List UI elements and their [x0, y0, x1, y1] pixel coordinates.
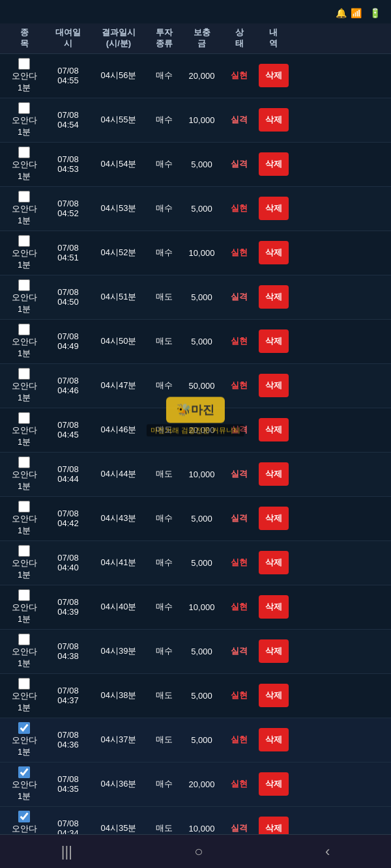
- table-row: 오안다1분 07/08 04:50 04시51분 매도 5,000 실격 삭제: [0, 275, 391, 320]
- delete-cell-9[interactable]: 삭제: [255, 462, 291, 486]
- row-checkbox-8[interactable]: [18, 412, 30, 424]
- type-6: 매도: [148, 335, 181, 347]
- delete-button-4[interactable]: 삭제: [259, 241, 289, 264]
- checkbox-cell-8[interactable]: [18, 412, 30, 424]
- delete-button-7[interactable]: 삭제: [259, 374, 289, 397]
- row-checkbox-3[interactable]: [18, 191, 30, 203]
- status-2: 실격: [223, 158, 255, 170]
- delete-button-12[interactable]: 삭제: [259, 595, 289, 619]
- row-checkbox-9[interactable]: [18, 456, 30, 468]
- row-checkbox-14[interactable]: [18, 678, 30, 690]
- delete-cell-11[interactable]: 삭제: [255, 551, 291, 574]
- row-checkbox-10[interactable]: [18, 501, 30, 512]
- checkbox-cell-11[interactable]: [18, 545, 30, 557]
- delete-button-1[interactable]: 삭제: [259, 108, 289, 132]
- delete-button-2[interactable]: 삭제: [259, 152, 289, 176]
- delete-cell-0[interactable]: 삭제: [255, 64, 291, 87]
- delete-button-3[interactable]: 삭제: [259, 197, 289, 220]
- row-checkbox-12[interactable]: [18, 589, 30, 601]
- delete-button-15[interactable]: 삭제: [259, 728, 289, 751]
- delete-button-16[interactable]: 삭제: [259, 772, 289, 796]
- delete-button-10[interactable]: 삭제: [259, 507, 289, 530]
- status-6: 실현: [223, 335, 255, 347]
- checkbox-cell-0[interactable]: [18, 58, 30, 70]
- checkbox-cell-3[interactable]: [18, 191, 30, 203]
- delete-button-6[interactable]: 삭제: [259, 329, 289, 353]
- delete-cell-15[interactable]: 삭제: [255, 728, 291, 751]
- type-13: 매수: [148, 645, 181, 657]
- lend-date-time-4: 04:51: [57, 253, 79, 262]
- delete-button-9[interactable]: 삭제: [259, 462, 289, 486]
- status-badge-6: 실현: [231, 336, 248, 346]
- status-16: 실현: [223, 778, 255, 790]
- checkbox-cell-16[interactable]: [18, 766, 30, 778]
- delete-cell-2[interactable]: 삭제: [255, 152, 291, 176]
- lend-date-15: 07/08 04:36: [47, 730, 89, 749]
- delete-cell-4[interactable]: 삭제: [255, 241, 291, 264]
- row-checkbox-5[interactable]: [18, 279, 30, 291]
- status-15: 실현: [223, 734, 255, 746]
- delete-cell-10[interactable]: 삭제: [255, 507, 291, 530]
- nav-menu-button[interactable]: |||: [46, 838, 88, 865]
- status-badge-11: 실현: [231, 557, 248, 567]
- delete-cell-14[interactable]: 삭제: [255, 684, 291, 707]
- delete-button-11[interactable]: 삭제: [259, 551, 289, 574]
- checkbox-cell-6[interactable]: [18, 324, 30, 335]
- row-checkbox-1[interactable]: [18, 102, 30, 114]
- row-checkbox-11[interactable]: [18, 545, 30, 557]
- delete-cell-7[interactable]: 삭제: [255, 374, 291, 397]
- delete-button-5[interactable]: 삭제: [259, 285, 289, 309]
- row-checkbox-4[interactable]: [18, 235, 30, 247]
- checkbox-cell-14[interactable]: [18, 678, 30, 690]
- row-checkbox-17[interactable]: [18, 811, 30, 822]
- col-item-1: 오안다1분: [1, 102, 47, 138]
- delete-cell-6[interactable]: 삭제: [255, 329, 291, 353]
- delete-button-0[interactable]: 삭제: [259, 64, 289, 87]
- nav-back-button[interactable]: ‹: [310, 838, 345, 865]
- checkbox-cell-12[interactable]: [18, 589, 30, 601]
- row-checkbox-6[interactable]: [18, 324, 30, 335]
- checkbox-cell-5[interactable]: [18, 279, 30, 291]
- table-row: 오안다1분 07/08 04:45 04시46분 매도 20,000 실격 삭제: [0, 408, 391, 453]
- row-checkbox-16[interactable]: [18, 766, 30, 778]
- delete-cell-13[interactable]: 삭제: [255, 639, 291, 663]
- type-2: 매수: [148, 158, 181, 170]
- delete-cell-12[interactable]: 삭제: [255, 595, 291, 619]
- checkbox-cell-10[interactable]: [18, 501, 30, 512]
- delete-button-13[interactable]: 삭제: [259, 639, 289, 663]
- row-checkbox-0[interactable]: [18, 58, 30, 70]
- result-time-9: 04시44분: [89, 468, 148, 480]
- item-name-6: 오안다1분: [12, 336, 37, 359]
- amount-2: 5,000: [181, 160, 223, 169]
- delete-cell-16[interactable]: 삭제: [255, 772, 291, 796]
- delete-cell-8[interactable]: 삭제: [255, 418, 291, 441]
- delete-button-8[interactable]: 삭제: [259, 418, 289, 441]
- status-badge-3: 실현: [231, 203, 248, 213]
- delete-cell-1[interactable]: 삭제: [255, 108, 291, 132]
- checkbox-cell-9[interactable]: [18, 456, 30, 468]
- item-name-10: 오안다1분: [12, 513, 37, 537]
- row-checkbox-15[interactable]: [18, 722, 30, 734]
- checkbox-cell-4[interactable]: [18, 235, 30, 247]
- row-checkbox-13[interactable]: [18, 634, 30, 645]
- delete-cell-3[interactable]: 삭제: [255, 197, 291, 220]
- lend-date-11: 07/08 04:40: [47, 553, 89, 572]
- type-17: 매도: [148, 822, 181, 834]
- checkbox-cell-13[interactable]: [18, 634, 30, 645]
- row-checkbox-7[interactable]: [18, 368, 30, 380]
- status-badge-16: 실현: [231, 779, 248, 789]
- lend-date-7: 07/08 04:46: [47, 376, 89, 395]
- delete-cell-5[interactable]: 삭제: [255, 285, 291, 309]
- status-badge-13: 실격: [231, 646, 248, 656]
- delete-button-14[interactable]: 삭제: [259, 684, 289, 707]
- row-checkbox-2[interactable]: [18, 147, 30, 158]
- lend-date-time-7: 04:46: [57, 385, 79, 395]
- table-row: 오안다1분 07/08 04:42 04시43분 매수 5,000 실격 삭제: [0, 497, 391, 541]
- checkbox-cell-7[interactable]: [18, 368, 30, 380]
- checkbox-cell-17[interactable]: [18, 811, 30, 822]
- status-3: 실현: [223, 203, 255, 214]
- checkbox-cell-1[interactable]: [18, 102, 30, 114]
- nav-home-button[interactable]: ○: [179, 838, 218, 865]
- checkbox-cell-15[interactable]: [18, 722, 30, 734]
- checkbox-cell-2[interactable]: [18, 147, 30, 158]
